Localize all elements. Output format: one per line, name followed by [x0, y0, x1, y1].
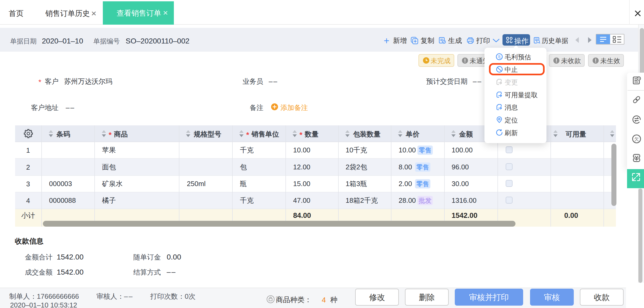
svg-text:毛: 毛 — [497, 55, 501, 59]
svg-text:欠: 欠 — [634, 137, 639, 142]
